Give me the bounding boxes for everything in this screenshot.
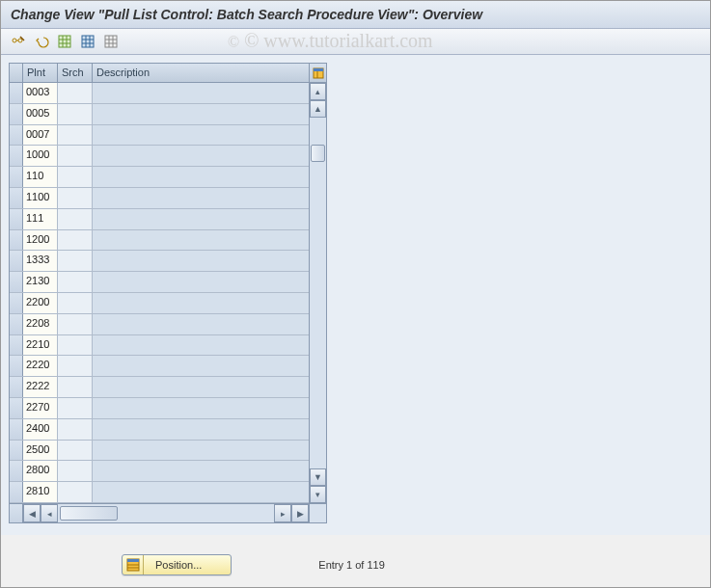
cell-srch[interactable] — [58, 209, 93, 229]
cell-srch[interactable] — [58, 461, 93, 481]
cell-srch[interactable] — [58, 272, 93, 292]
cell-description[interactable] — [93, 335, 309, 356]
row-selector[interactable] — [10, 230, 23, 251]
row-selector[interactable] — [10, 461, 23, 481]
cell-description[interactable] — [93, 167, 309, 187]
row-selector[interactable] — [10, 482, 23, 502]
table-settings-button[interactable] — [309, 64, 326, 82]
cell-srch[interactable] — [58, 146, 93, 166]
cell-description[interactable] — [93, 461, 309, 481]
row-selector[interactable] — [10, 377, 23, 397]
cell-srch[interactable] — [58, 398, 93, 418]
table-row[interactable]: 2220 — [10, 356, 309, 377]
scroll-thumb-vertical[interactable] — [311, 145, 325, 162]
cell-plnt[interactable]: 2500 — [23, 441, 58, 461]
cell-description[interactable] — [93, 441, 309, 461]
row-selector[interactable] — [10, 335, 23, 356]
cell-srch[interactable] — [58, 293, 93, 313]
scroll-up-button[interactable]: ▲ — [310, 100, 326, 118]
row-selector[interactable] — [10, 146, 23, 166]
cell-plnt[interactable]: 2200 — [23, 293, 58, 313]
cell-description[interactable] — [93, 83, 309, 103]
table-row[interactable]: 2400 — [10, 419, 309, 441]
cell-plnt[interactable]: 2222 — [23, 377, 58, 397]
cell-plnt[interactable]: 111 — [23, 209, 58, 229]
cell-plnt[interactable]: 0005 — [23, 104, 58, 124]
table-row[interactable]: 2130 — [10, 272, 309, 293]
change-toggle-button[interactable] — [9, 33, 28, 50]
cell-plnt[interactable]: 1200 — [23, 230, 58, 251]
cell-description[interactable] — [93, 419, 309, 440]
scroll-page-down-button[interactable]: ▾ — [310, 486, 326, 503]
cell-description[interactable] — [93, 377, 309, 397]
cell-description[interactable] — [93, 230, 309, 251]
cell-description[interactable] — [93, 146, 309, 166]
cell-srch[interactable] — [58, 441, 93, 461]
cell-plnt[interactable]: 2220 — [23, 356, 58, 376]
cell-plnt[interactable]: 0007 — [23, 125, 58, 146]
cell-plnt[interactable]: 110 — [23, 167, 58, 187]
cell-plnt[interactable]: 1100 — [23, 188, 58, 208]
row-selector[interactable] — [10, 356, 23, 376]
row-selector[interactable] — [10, 398, 23, 418]
cell-plnt[interactable]: 1333 — [23, 251, 58, 271]
table-row[interactable]: 0007 — [10, 125, 309, 147]
row-selector[interactable] — [10, 272, 23, 292]
table-row[interactable]: 111 — [10, 209, 309, 230]
table-row[interactable]: 2270 — [10, 398, 309, 419]
cell-plnt[interactable]: 2810 — [23, 482, 58, 502]
row-selector[interactable] — [10, 125, 23, 146]
vertical-scrollbar[interactable]: ▴ ▲ ▼ ▾ — [309, 83, 326, 503]
row-selector[interactable] — [10, 314, 23, 334]
position-button[interactable]: Position... — [122, 554, 232, 575]
table-row[interactable]: 2222 — [10, 377, 309, 398]
cell-plnt[interactable]: 2800 — [23, 461, 58, 481]
cell-srch[interactable] — [58, 125, 93, 146]
cell-srch[interactable] — [58, 314, 93, 334]
row-selector[interactable] — [10, 188, 23, 208]
row-selector[interactable] — [10, 419, 23, 440]
table-row[interactable]: 2800 — [10, 461, 309, 482]
cell-description[interactable] — [93, 272, 309, 292]
scroll-left-button[interactable]: ◀ — [23, 504, 41, 522]
cell-srch[interactable] — [58, 167, 93, 187]
table-row[interactable]: 0003 — [10, 83, 309, 104]
scroll-right-button[interactable]: ▶ — [291, 504, 309, 522]
table-row[interactable]: 110 — [10, 167, 309, 188]
cell-description[interactable] — [93, 104, 309, 124]
deselect-all-button[interactable] — [101, 33, 121, 50]
cell-srch[interactable] — [58, 356, 93, 376]
column-header-plnt[interactable]: Plnt — [23, 64, 58, 82]
cell-srch[interactable] — [58, 188, 93, 208]
cell-plnt[interactable]: 1000 — [23, 146, 58, 166]
scroll-down-button[interactable]: ▼ — [310, 468, 326, 486]
scroll-page-up-button[interactable]: ▴ — [310, 83, 326, 100]
cell-plnt[interactable]: 0003 — [23, 83, 58, 103]
table-row[interactable]: 1333 — [10, 251, 309, 272]
row-selector[interactable] — [10, 251, 23, 271]
select-block-button[interactable] — [78, 33, 97, 50]
row-selector[interactable] — [10, 441, 23, 461]
row-selector[interactable] — [10, 293, 23, 313]
select-all-button[interactable] — [55, 33, 74, 50]
cell-srch[interactable] — [58, 104, 93, 124]
cell-srch[interactable] — [58, 251, 93, 271]
scroll-thumb-horizontal[interactable] — [60, 506, 118, 521]
scroll-page-left-button[interactable]: ◂ — [41, 504, 58, 522]
cell-description[interactable] — [93, 314, 309, 334]
cell-srch[interactable] — [58, 419, 93, 440]
cell-description[interactable] — [93, 482, 309, 502]
cell-plnt[interactable]: 2208 — [23, 314, 58, 334]
table-row[interactable]: 1000 — [10, 146, 309, 167]
scroll-page-right-button[interactable]: ▸ — [274, 504, 291, 522]
cell-description[interactable] — [93, 209, 309, 229]
cell-plnt[interactable]: 2210 — [23, 335, 58, 356]
table-row[interactable]: 2208 — [10, 314, 309, 335]
horizontal-scrollbar[interactable]: ◀ ◂ ▸ ▶ — [23, 504, 309, 522]
cell-plnt[interactable]: 2270 — [23, 398, 58, 418]
table-row[interactable]: 1200 — [10, 230, 309, 252]
cell-srch[interactable] — [58, 335, 93, 356]
table-row[interactable]: 1100 — [10, 188, 309, 209]
row-selector[interactable] — [10, 83, 23, 103]
table-row[interactable]: 2210 — [10, 335, 309, 357]
